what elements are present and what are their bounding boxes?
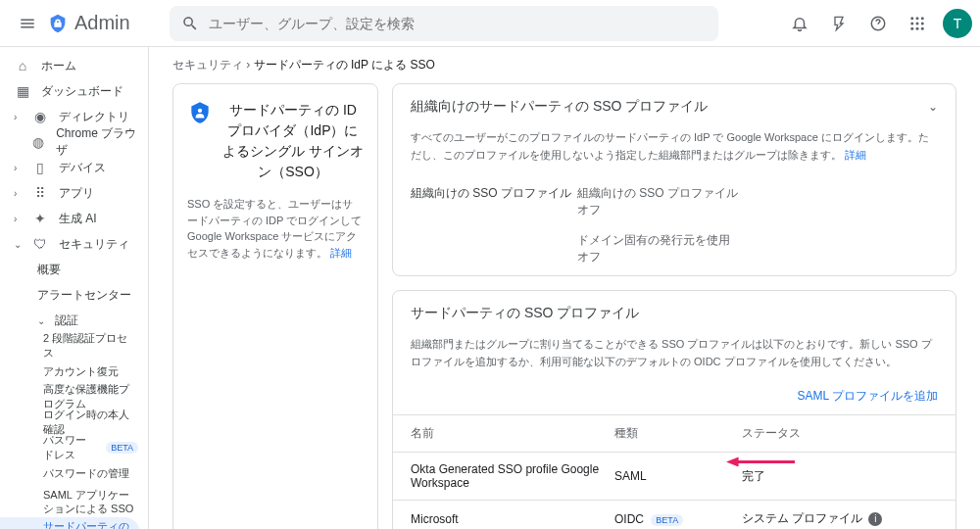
org-profile-card[interactable]: 組織向けのサードパーティの SSO プロファイル⌄ すべてのユーザーがこのプロフ… [392, 83, 956, 276]
svg-point-2 [916, 17, 919, 20]
org-profile-title: 組織向けのサードパーティの SSO プロファイル [411, 98, 708, 116]
logo-text: Admin [74, 12, 130, 34]
menu-icon[interactable] [8, 4, 47, 43]
profiles-title: サードパーティの SSO プロファイル [411, 305, 639, 322]
dashboard-icon: ▦ [14, 83, 31, 99]
expand-icon[interactable]: ⌄ [928, 100, 938, 114]
profile-row-microsoft[interactable]: MicrosoftOIDC BETAシステム プロファイルi [393, 500, 956, 529]
nav-adv[interactable]: 高度な保護機能プログラム [0, 384, 148, 409]
sparkle-icon: ✦ [31, 211, 49, 226]
svg-point-8 [916, 26, 919, 29]
nav-genai[interactable]: ›✦生成 AI [0, 206, 148, 231]
nav-passwordless[interactable]: パスワードレスBETA [0, 435, 148, 460]
svg-point-6 [921, 22, 924, 24]
search-bar[interactable] [170, 6, 718, 41]
svg-point-1 [910, 17, 913, 20]
chevron-right-icon: › [14, 112, 22, 122]
intro-card: サードパーティの ID プロバイダ（IdP）によるシングル サインオン（SSO）… [172, 83, 378, 529]
nav-login-verify[interactable]: ログイン時の本人確認 [0, 409, 148, 435]
apps-nav-icon: ⠿ [31, 185, 49, 201]
chrome-icon: ◍ [30, 134, 46, 150]
notifications-icon[interactable] [780, 4, 819, 43]
col-status: ステータス [742, 425, 938, 442]
svg-point-10 [198, 109, 202, 113]
shield-icon: 🛡 [31, 236, 49, 252]
breadcrumb: セキュリティ › サードパーティの IdP による SSO [149, 47, 980, 83]
chevron-right-icon: › [14, 214, 22, 224]
chevron-right-icon: › [14, 163, 22, 173]
chevron-down-icon: ⌄ [37, 315, 45, 326]
help-icon[interactable] [858, 4, 898, 43]
apps-icon[interactable] [898, 4, 937, 43]
profiles-card: サードパーティの SSO プロファイル 組織部門またはグループに割り当てることが… [392, 290, 956, 529]
nav-alert[interactable]: アラートセンター [0, 282, 148, 308]
nav-pwmanage[interactable]: パスワードの管理 [0, 460, 148, 486]
nav-recovery[interactable]: アカウント復元 [0, 359, 148, 384]
shield-icon [187, 100, 213, 125]
search-input[interactable] [209, 16, 707, 31]
col-type: 種類 [614, 425, 742, 442]
add-saml-profile-link[interactable]: SAML プロファイルを追加 [797, 389, 938, 403]
svg-point-7 [910, 26, 913, 29]
admin-logo[interactable]: Admin [47, 12, 130, 34]
nav-auth[interactable]: ⌄認証 [0, 308, 148, 333]
learn-more-link[interactable]: 詳細 [845, 149, 866, 161]
crumb-current: サードパーティの IdP による SSO [254, 58, 435, 72]
tasks-icon[interactable] [819, 4, 858, 43]
beta-badge: BETA [651, 514, 683, 526]
nav-saml[interactable]: SAML アプリケーションによる SSO [0, 486, 148, 517]
nav-security[interactable]: ⌄🛡セキュリティ [0, 231, 148, 257]
nav-dashboard[interactable]: ▦ダッシュボード [0, 78, 148, 104]
chevron-down-icon: ⌄ [14, 239, 22, 250]
devices-icon: ▯ [31, 160, 49, 175]
svg-point-4 [910, 22, 913, 24]
sidebar: ⌂ホーム ▦ダッシュボード ›◉ディレクトリ ◍Chrome ブラウザ ›▯デバ… [0, 47, 149, 529]
chevron-right-icon: › [14, 188, 22, 199]
beta-badge: BETA [106, 442, 138, 454]
nav-twostep[interactable]: 2 段階認証プロセス [0, 333, 148, 359]
profile-row-okta[interactable]: Okta Generated SSO profile Google Worksp… [393, 452, 956, 500]
nav-apps[interactable]: ›⠿アプリ [0, 180, 148, 206]
nav-home[interactable]: ⌂ホーム [0, 53, 148, 78]
svg-point-5 [916, 22, 919, 24]
crumb-security[interactable]: セキュリティ [172, 58, 243, 72]
svg-point-9 [921, 26, 924, 29]
nav-thirdparty-sso[interactable]: サードパーティの IdP による SSO [0, 517, 140, 529]
directory-icon: ◉ [31, 109, 49, 124]
svg-point-3 [921, 17, 924, 20]
learn-more-link[interactable]: 詳細 [330, 247, 352, 259]
home-icon: ⌂ [14, 58, 31, 73]
nav-chrome[interactable]: ◍Chrome ブラウザ [0, 129, 148, 155]
avatar[interactable]: T [943, 9, 972, 38]
col-name: 名前 [411, 425, 614, 442]
search-icon [181, 15, 199, 32]
info-icon[interactable]: i [868, 512, 882, 526]
nav-overview[interactable]: 概要 [0, 257, 148, 282]
intro-title: サードパーティの ID プロバイダ（IdP）によるシングル サインオン（SSO） [222, 100, 364, 182]
